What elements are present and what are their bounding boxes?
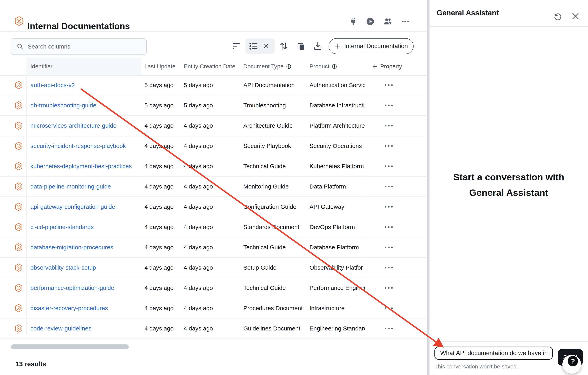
identifier-link[interactable]: api-gateway-configuration-guide	[30, 203, 115, 210]
table-row: K code-review-guidelines 4 days ago 4 da…	[0, 319, 427, 339]
sort-icon[interactable]	[279, 41, 288, 51]
ellipsis-icon	[385, 145, 393, 147]
creation-date-cell: 4 days ago	[184, 258, 241, 277]
document-type-cell: Architecture Guide	[243, 116, 308, 136]
row-actions-button[interactable]	[381, 156, 397, 176]
search-box	[11, 38, 147, 55]
row-actions-button[interactable]	[381, 116, 397, 136]
creation-date-cell: 4 days ago	[184, 176, 241, 197]
column-header-document-type[interactable]: Document Type	[243, 58, 291, 75]
people-icon[interactable]	[383, 17, 392, 26]
identifier-cell: code-review-guidelines	[30, 319, 140, 338]
identifier-link[interactable]: observability-stack-setup	[30, 264, 96, 271]
document-type-cell: Procedures Document	[243, 298, 308, 318]
panel-divider[interactable]	[427, 0, 430, 375]
row-actions-button[interactable]	[381, 136, 397, 156]
filter-icon[interactable]	[232, 41, 242, 51]
more-icon[interactable]	[401, 17, 410, 26]
plus-icon	[372, 63, 378, 69]
column-header-identifier[interactable]: Identifier	[30, 58, 52, 75]
column-header-product[interactable]: Product	[309, 58, 337, 75]
help-button[interactable]: ?	[562, 355, 581, 374]
svg-text:K: K	[18, 327, 20, 330]
row-actions-button[interactable]	[381, 75, 397, 95]
row-actions-button[interactable]	[381, 278, 397, 298]
main-area: K Internal Documentations	[0, 0, 427, 375]
search-input[interactable]	[27, 43, 139, 50]
svg-text:K: K	[18, 266, 20, 269]
assistant-panel: General Assistant Start a conversation w…	[430, 0, 588, 375]
identifier-link[interactable]: data-pipeline-monitoring-guide	[30, 183, 111, 190]
document-type-cell: API Documentation	[243, 75, 308, 95]
svg-text:K: K	[18, 165, 20, 168]
identifier-cell: database-migration-procedures	[30, 237, 140, 257]
object-type-icon: K	[14, 16, 24, 26]
identifier-link[interactable]: security-incident-response-playbook	[30, 143, 126, 149]
row-actions-button[interactable]	[381, 217, 397, 237]
last-update-cell: 4 days ago	[144, 258, 182, 277]
identifier-cell: ci-cd-pipeline-standards	[30, 217, 140, 237]
ellipsis-icon	[385, 267, 393, 268]
hexagon-object-icon: K	[14, 176, 23, 197]
add-property-button[interactable]: Property	[372, 58, 402, 75]
play-circle-icon[interactable]	[366, 17, 375, 26]
row-actions-button[interactable]	[381, 237, 397, 257]
creation-date-cell: 5 days ago	[184, 95, 241, 115]
row-actions-button[interactable]	[381, 298, 397, 318]
info-icon[interactable]	[332, 64, 337, 69]
identifier-cell: auth-api-docs-v2	[30, 75, 140, 95]
product-cell: Database Infrastructu	[309, 95, 365, 115]
column-header-last-update[interactable]: Last Update	[144, 58, 175, 75]
copy-icon[interactable]	[296, 41, 305, 51]
identifier-link[interactable]: code-review-guidelines	[30, 325, 91, 332]
list-view-icon[interactable]	[249, 41, 258, 51]
identifier-link[interactable]: disaster-recovery-procedures	[30, 305, 108, 312]
identifier-link[interactable]: auth-api-docs-v2	[30, 82, 75, 88]
reset-conversation-icon[interactable]	[553, 11, 563, 21]
document-type-cell: Security Playbook	[243, 136, 308, 156]
row-actions-button[interactable]	[381, 258, 397, 277]
hexagon-object-icon: K	[14, 197, 23, 217]
identifier-cell: api-gateway-configuration-guide	[30, 197, 140, 217]
row-actions-button[interactable]	[381, 197, 397, 217]
product-cell: DevOps Platform	[309, 217, 365, 237]
plug-icon[interactable]	[349, 17, 357, 26]
ellipsis-icon	[385, 226, 393, 228]
identifier-link[interactable]: performance-optimization-guide	[30, 285, 114, 291]
document-type-cell: Guidelines Document	[243, 319, 308, 338]
identifier-cell: disaster-recovery-procedures	[30, 298, 140, 318]
document-type-cell: Setup Guide	[243, 258, 308, 277]
ellipsis-icon	[385, 125, 393, 126]
download-icon[interactable]	[313, 41, 323, 51]
info-icon[interactable]	[286, 64, 291, 69]
assistant-title: General Assistant	[437, 9, 499, 17]
product-cell: Platform Architecture	[309, 116, 365, 136]
horizontal-scrollbar[interactable]	[11, 344, 129, 349]
identifier-link[interactable]: microservices-architecture-guide	[30, 122, 116, 129]
last-update-cell: 4 days ago	[144, 176, 182, 197]
table-row: K ci-cd-pipeline-standards 4 days ago 4 …	[0, 217, 427, 237]
last-update-cell: 4 days ago	[144, 237, 182, 257]
ellipsis-icon	[385, 307, 393, 309]
add-internal-documentation-button[interactable]: Internal Documentation	[329, 38, 414, 54]
identifier-link[interactable]: db-troubleshooting-guide	[30, 102, 96, 109]
clear-view-icon[interactable]	[262, 43, 269, 50]
identifier-link[interactable]: ci-cd-pipeline-standards	[30, 224, 94, 231]
close-panel-icon[interactable]	[571, 11, 580, 21]
identifier-link[interactable]: database-migration-procedures	[30, 244, 113, 251]
last-update-cell: 4 days ago	[144, 278, 182, 298]
results-count: 13 results	[15, 360, 46, 368]
product-cell: Security Operations	[309, 136, 365, 156]
ellipsis-icon	[385, 84, 393, 86]
identifier-link[interactable]: kubernetes-deployment-best-practices	[30, 163, 132, 170]
row-actions-button[interactable]	[381, 176, 397, 197]
chat-input[interactable]	[434, 347, 553, 360]
svg-text:K: K	[18, 144, 20, 148]
row-actions-button[interactable]	[381, 95, 397, 115]
creation-date-cell: 4 days ago	[184, 197, 241, 217]
hexagon-object-icon: K	[14, 278, 23, 298]
hexagon-object-icon: K	[14, 95, 23, 115]
column-header-entity-creation-date[interactable]: Entity Creation Date	[184, 58, 235, 75]
actions-column-border	[366, 58, 366, 334]
row-actions-button[interactable]	[381, 319, 397, 338]
